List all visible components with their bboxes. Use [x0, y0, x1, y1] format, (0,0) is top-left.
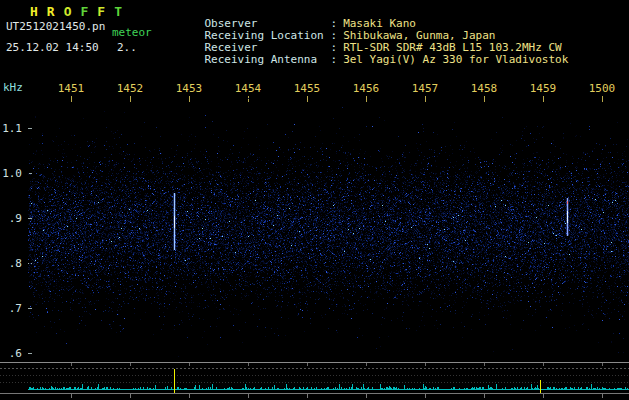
hrofft-logo: HROFFT [30, 4, 131, 19]
time-label: 1458 [469, 82, 499, 95]
time-label: 1452 [115, 82, 145, 95]
freq-label: 1.0 [2, 167, 22, 180]
freq-label: .8 [2, 257, 22, 270]
time-label: 1454 [233, 82, 263, 95]
logo-letter: H [30, 4, 38, 19]
logo-letter: O [64, 4, 72, 19]
logo-letter: T [114, 4, 122, 19]
info-value: 3el Yagi(V) Az 330 for Vladivostok [343, 53, 568, 66]
time-label: 1451 [56, 82, 86, 95]
time-label: 1456 [351, 82, 381, 95]
freq-label: 1.1 [2, 122, 22, 135]
time-label: 1500 [587, 82, 617, 95]
file-label: UT2512021450.pn [6, 21, 105, 33]
time-label: 1459 [528, 82, 558, 95]
time-label: 1455 [292, 82, 322, 95]
time-label: 1453 [174, 82, 204, 95]
info-label: Receiving Antenna [205, 54, 331, 66]
logo-letter: F [97, 4, 105, 19]
colon: : [331, 53, 338, 66]
time-label: 1457 [410, 82, 440, 95]
freq-label: .9 [2, 212, 22, 225]
freq-label: .7 [2, 302, 22, 315]
observation-tag: meteor [112, 27, 152, 39]
datetime-extra: 2.. [117, 42, 137, 54]
khz-unit-label: kHz [3, 82, 23, 94]
info-row-antenna: Receiving Antenna:3el Yagi(V) Az 330 for… [178, 42, 568, 78]
datetime-label: 25.12.02 14:50 [6, 42, 99, 54]
freq-label: .6 [2, 347, 22, 360]
logo-letter: R [47, 4, 55, 19]
logo-letter: F [80, 4, 88, 19]
strength-strip-canvas [0, 360, 629, 400]
spectrogram-canvas [28, 96, 629, 360]
hrofft-window: HROFFT UT2512021450.pn meteor 25.12.02 1… [0, 0, 629, 400]
